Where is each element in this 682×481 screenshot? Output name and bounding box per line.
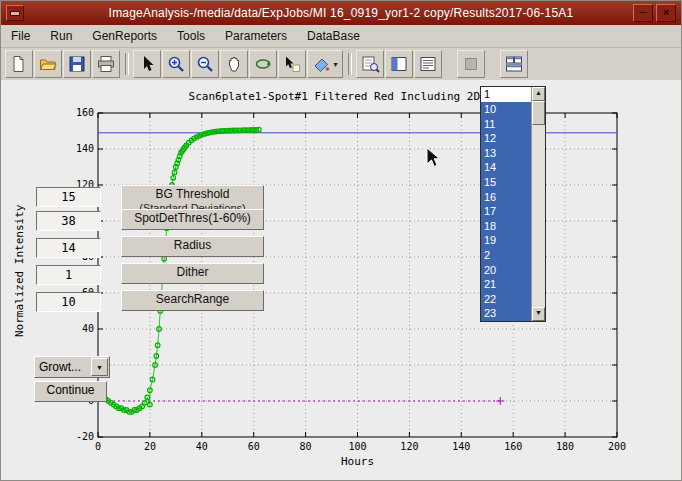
window-menu-icon[interactable] — [6, 5, 24, 21]
pan-button[interactable] — [220, 50, 248, 78]
dropdown-item[interactable]: 18 — [481, 219, 531, 234]
title-bar[interactable]: ImageAnalysis-/media/data/ExpJobs/MI 16_… — [1, 1, 681, 25]
chevron-down-icon: ▼ — [332, 61, 339, 68]
cursor-tool-button[interactable] — [133, 50, 161, 78]
svg-text:0: 0 — [95, 441, 101, 452]
svg-text:Normalized Intensity: Normalized Intensity — [13, 204, 26, 337]
fill-color-icon — [311, 54, 331, 74]
continue-button[interactable]: Continue — [34, 381, 107, 402]
svg-text:40: 40 — [82, 323, 94, 334]
dropdown-current-value[interactable]: 1 — [481, 87, 531, 102]
svg-text:40: 40 — [196, 441, 208, 452]
zoom-out-button[interactable] — [191, 50, 219, 78]
tile-windows-button[interactable] — [500, 50, 528, 78]
svg-text:60: 60 — [248, 441, 260, 452]
rotate-3d-button[interactable] — [249, 50, 277, 78]
menu-parameters[interactable]: Parameters — [215, 26, 297, 46]
dither-button[interactable]: Dither — [121, 263, 264, 284]
toolbar: ▼ — [1, 48, 681, 81]
searchrange-input[interactable]: 10 — [36, 292, 101, 312]
save-button[interactable] — [63, 50, 91, 78]
panel-report-icon — [418, 54, 438, 74]
dropdown-item[interactable]: 12 — [481, 131, 531, 146]
annotate-button[interactable] — [278, 50, 306, 78]
cursor-tool-icon — [137, 54, 157, 74]
dropdown-item[interactable]: 20 — [481, 263, 531, 278]
dropdown-item[interactable]: 10 — [481, 102, 531, 117]
svg-text:140: 140 — [76, 143, 94, 154]
plot-canvas: 020406080100120140160180200-200204060801… — [1, 81, 681, 481]
svg-text:Hours: Hours — [341, 455, 374, 468]
growth-dropdown[interactable]: Growt... ▼ — [34, 356, 110, 378]
rotate-3d-icon — [253, 54, 273, 74]
save-icon — [67, 54, 87, 74]
dropdown-item[interactable]: 2 — [481, 248, 531, 263]
svg-text:100: 100 — [348, 441, 366, 452]
minimize-button[interactable]: ─ — [633, 4, 653, 22]
print-button[interactable] — [92, 50, 120, 78]
zoom-out-icon — [195, 54, 215, 74]
toolbar-separator — [348, 53, 352, 75]
print-icon — [96, 54, 116, 74]
dropdown-item[interactable]: 14 — [481, 160, 531, 175]
spotdetthres-input[interactable]: 38 — [36, 211, 101, 231]
menu-tools[interactable]: Tools — [167, 26, 215, 46]
pan-icon — [224, 54, 244, 74]
close-button[interactable]: × — [656, 4, 676, 22]
svg-text:120: 120 — [400, 441, 418, 452]
svg-text:80: 80 — [300, 441, 312, 452]
toolbar-separator — [125, 53, 129, 75]
radius-button[interactable]: Radius — [121, 236, 264, 257]
panel-report-button[interactable] — [414, 50, 442, 78]
panel-left-button[interactable] — [385, 50, 413, 78]
app-window: ImageAnalysis-/media/data/ExpJobs/MI 16_… — [0, 0, 682, 481]
number-dropdown-popup: 1 10111213141516171819220212223 ▲ ▼ — [480, 86, 546, 322]
new-file-button[interactable] — [5, 50, 33, 78]
popup-scrollbar[interactable]: ▲ ▼ — [531, 87, 545, 321]
dropdown-item[interactable]: 22 — [481, 292, 531, 307]
dither-input[interactable]: 1 — [36, 265, 101, 285]
bg-threshold-input[interactable]: 15 — [36, 187, 101, 207]
menu-file[interactable]: File — [1, 26, 40, 46]
searchrange-button[interactable]: SearchRange — [121, 290, 264, 311]
open-folder-icon — [38, 54, 58, 74]
zoom-in-icon — [166, 54, 186, 74]
print-preview-button[interactable] — [356, 50, 384, 78]
stop-disabled-icon — [461, 54, 481, 74]
fill-color-button[interactable]: ▼ — [307, 50, 343, 78]
scrollbar-thumb[interactable] — [532, 101, 545, 125]
dropdown-item[interactable]: 19 — [481, 233, 531, 248]
dropdown-item[interactable]: 21 — [481, 277, 531, 292]
dropdown-item[interactable]: 11 — [481, 117, 531, 132]
spotdetthres-button[interactable]: SpotDetThres(1-60%) — [121, 209, 264, 230]
annotate-icon — [282, 54, 302, 74]
menu-bar: FileRunGenReportsToolsParametersDataBase — [1, 25, 681, 48]
menu-run[interactable]: Run — [40, 26, 82, 46]
print-preview-icon — [360, 54, 380, 74]
zoom-in-button[interactable] — [162, 50, 190, 78]
svg-text:20: 20 — [144, 441, 156, 452]
dropdown-item[interactable]: 16 — [481, 190, 531, 205]
open-folder-button[interactable] — [34, 50, 62, 78]
svg-text:160: 160 — [76, 107, 94, 118]
panel-left-icon — [389, 54, 409, 74]
radius-input[interactable]: 14 — [36, 238, 101, 258]
dropdown-item[interactable]: 13 — [481, 146, 531, 161]
stop-disabled-button[interactable] — [457, 50, 485, 78]
window-title: ImageAnalysis-/media/data/ExpJobs/MI 16_… — [1, 6, 681, 20]
chevron-down-icon[interactable]: ▼ — [91, 358, 108, 376]
new-file-icon — [9, 54, 29, 74]
scroll-down-icon[interactable]: ▼ — [532, 307, 545, 321]
dropdown-item[interactable]: 15 — [481, 175, 531, 190]
plot-area: 020406080100120140160180200-200204060801… — [1, 81, 682, 481]
dropdown-item[interactable]: 17 — [481, 204, 531, 219]
svg-text:160: 160 — [504, 441, 522, 452]
svg-text:140: 140 — [452, 441, 470, 452]
tile-windows-icon — [504, 54, 524, 74]
svg-text:180: 180 — [556, 441, 574, 452]
scroll-up-icon[interactable]: ▲ — [532, 87, 545, 101]
svg-text:-20: -20 — [76, 431, 94, 442]
menu-database[interactable]: DataBase — [297, 26, 370, 46]
dropdown-item[interactable]: 23 — [481, 306, 531, 321]
menu-genreports[interactable]: GenReports — [82, 26, 167, 46]
